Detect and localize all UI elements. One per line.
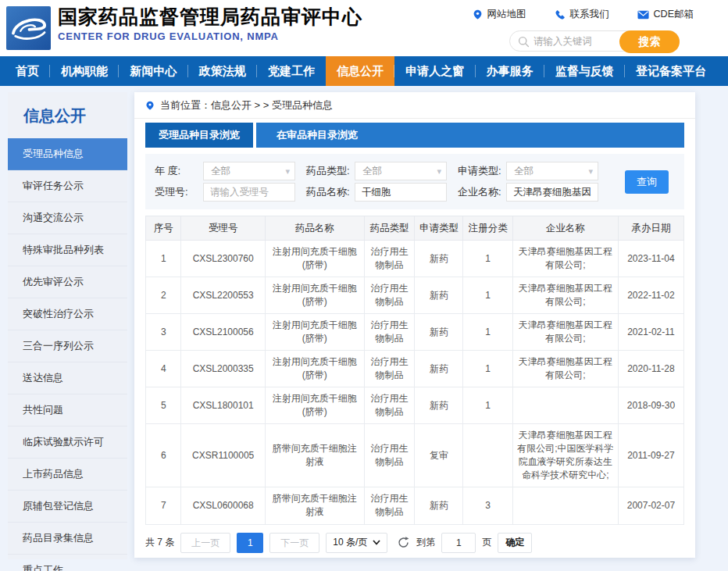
nav-item[interactable]: 办事服务 (476, 56, 544, 86)
table-cell: 注射用间充质干细胞(脐带) (265, 351, 364, 387)
nav-item[interactable]: 信息公开 (326, 56, 394, 86)
results-table: 序号受理号药品名称药品类型申请类型注册分类企业名称承办日期 1CXSL23007… (145, 216, 684, 525)
table-column-header: 药品类型 (364, 216, 415, 241)
filter-group: 申请类型:全部▾ (458, 162, 608, 180)
nav-item[interactable]: 首页 (5, 56, 50, 86)
main-nav: 首页机构职能新闻中心政策法规党建工作信息公开申请人之窗办事服务监督与反馈登记备案… (0, 56, 728, 86)
sidebar-item[interactable]: 沟通交流公示 (8, 202, 127, 234)
sidebar-item[interactable]: 临床试验默示许可 (8, 426, 127, 459)
nav-item[interactable]: 申请人之窗 (394, 56, 475, 86)
table-cell: 2020-11-28 (618, 351, 683, 387)
goto-page-input[interactable] (441, 533, 476, 553)
sidebar-item[interactable]: 重点工作 (8, 555, 127, 571)
table-cell: CXSL2300760 (181, 241, 265, 277)
chevron-down-icon: ▾ (437, 162, 441, 180)
sitemap-link[interactable]: 网站地图 (473, 8, 526, 21)
nav-item[interactable]: 新闻中心 (119, 56, 187, 86)
table-row: 4CXSL2000335注射用间充质干细胞(脐带)治疗用生物制品新药1天津昂赛细… (146, 351, 684, 387)
apply-type-select[interactable]: 全部▾ (506, 162, 598, 180)
contact-label: 联系我们 (570, 8, 609, 21)
nav-item[interactable]: 党建工作 (257, 56, 326, 86)
table-cell: 3 (463, 487, 512, 524)
site-titles: 国家药品监督管理局药品审评中心 CENTER FOR DRUG EVALUATI… (58, 5, 362, 42)
prev-page-button[interactable]: 上一页 (180, 533, 230, 553)
site-subtitle: CENTER FOR DRUG EVALUATION, NMPA (58, 30, 362, 42)
goto-suffix: 页 (482, 536, 491, 549)
keyword-search-input[interactable] (534, 32, 619, 50)
tab[interactable]: 受理品种目录浏览 (145, 123, 256, 148)
next-page-button[interactable]: 下一页 (269, 533, 319, 553)
sidebar-item[interactable]: 优先审评公示 (8, 266, 127, 298)
table-cell: CXSL0600068 (181, 487, 265, 524)
total-count: 共 7 条 (145, 536, 174, 549)
acceptance-no-input[interactable] (203, 183, 295, 202)
nav-item[interactable]: 机构职能 (50, 56, 119, 86)
search-bar: 搜索 (509, 30, 680, 52)
table-cell: 天津昂赛细胞基因工程有限公司; (512, 277, 618, 314)
table-row: 2CXSL2200553注射用间充质干细胞(脐带)治疗用生物制品新药1天津昂赛细… (146, 277, 684, 314)
nav-item[interactable]: 政策法规 (188, 56, 257, 86)
table-cell: 新药 (415, 487, 463, 524)
refresh-icon (397, 536, 410, 549)
table-cell: 1 (463, 387, 512, 424)
drug-name-input[interactable] (355, 183, 447, 202)
sidebar-item[interactable]: 共性问题 (8, 394, 127, 426)
table-cell: 新药 (415, 351, 463, 387)
table-cell: 2 (146, 277, 181, 314)
table-cell: 2021-02-11 (618, 314, 683, 351)
search-button[interactable]: 搜索 (619, 30, 680, 53)
table-column-header: 药品名称 (265, 216, 364, 241)
sidebar-item[interactable]: 突破性治疗公示 (8, 298, 127, 330)
table-cell (512, 387, 618, 424)
table-cell: 3 (146, 314, 181, 351)
table-cell: 2007-02-07 (618, 487, 683, 524)
table-cell: 新药 (415, 277, 463, 314)
table-cell: 复审 (415, 424, 463, 487)
refresh-button[interactable] (397, 536, 410, 549)
table-cell: 新药 (415, 387, 463, 424)
table-row: 3CXSL2100056注射用间充质干细胞(脐带)治疗用生物制品新药1天津昂赛细… (146, 314, 684, 351)
table-column-header: 企业名称 (512, 216, 618, 241)
filter-group: 年 度:全部▾ (155, 162, 305, 180)
nav-item[interactable]: 监督与反馈 (544, 56, 625, 86)
query-button[interactable]: 查询 (625, 170, 669, 194)
contact-link[interactable]: 联系我们 (555, 8, 609, 21)
year-select[interactable]: 全部▾ (203, 162, 295, 180)
filter-group: 药品类型:全部▾ (306, 162, 456, 180)
goto-confirm-button[interactable]: 确定 (498, 533, 532, 553)
table-cell: 注射用间充质干细胞(脐带) (265, 314, 364, 351)
table-row: 1CXSL2300760注射用间充质干细胞(脐带)治疗用生物制品新药1天津昂赛细… (146, 241, 684, 277)
sidebar-item[interactable]: 上市药品信息 (8, 459, 127, 491)
mail-icon (637, 10, 649, 20)
sidebar-item[interactable]: 原辅包登记信息 (8, 491, 127, 523)
sidebar-item[interactable]: 受理品种信息 (8, 138, 127, 170)
sidebar-menu: 受理品种信息审评任务公示沟通交流公示特殊审批品种列表优先审评公示突破性治疗公示三… (8, 138, 127, 571)
filter-label: 申请类型: (458, 164, 506, 178)
sidebar-item[interactable]: 特殊审批品种列表 (8, 234, 127, 266)
table-cell: 治疗用生物制品 (364, 387, 415, 424)
page-size-select[interactable]: 10 条/页 (326, 533, 387, 553)
sidebar-item[interactable]: 三合一序列公示 (8, 330, 127, 362)
table-cell: 5 (146, 387, 181, 424)
page-size-value: 10 条/页 (333, 536, 367, 549)
drug-type-select[interactable]: 全部▾ (355, 162, 447, 180)
sidebar-item[interactable]: 审评任务公示 (8, 170, 127, 202)
page-number-button[interactable]: 1 (237, 533, 263, 553)
table-cell: 4 (146, 351, 181, 387)
select-value: 全部 (362, 166, 382, 177)
breadcrumb-text: 当前位置：信息公开 > > 受理品种信息 (160, 98, 333, 112)
table-cell: 6 (146, 424, 181, 487)
table-cell: 注射用间充质干细胞(脐带) (265, 241, 364, 277)
table-cell: 脐带间充质干细胞注射液 (265, 487, 364, 524)
select-value: 全部 (514, 166, 534, 177)
table-header-row: 序号受理号药品名称药品类型申请类型注册分类企业名称承办日期 (146, 216, 684, 241)
mailbox-link[interactable]: CDE邮箱 (637, 8, 694, 21)
nav-item[interactable]: 登记备案平台 (625, 56, 717, 86)
sidebar-item[interactable]: 药品目录集信息 (8, 523, 127, 555)
tab[interactable]: 在审品种目录浏览 (256, 123, 378, 148)
table-row: 7CXSL0600068脐带间充质干细胞注射液治疗用生物制品新药32007-02… (146, 487, 684, 524)
company-name-input[interactable] (506, 183, 598, 202)
sidebar-item[interactable]: 送达信息 (8, 362, 127, 394)
table-cell: CXSL2200553 (181, 277, 265, 314)
table-cell: 天津昂赛细胞基因工程有限公司; (512, 351, 618, 387)
